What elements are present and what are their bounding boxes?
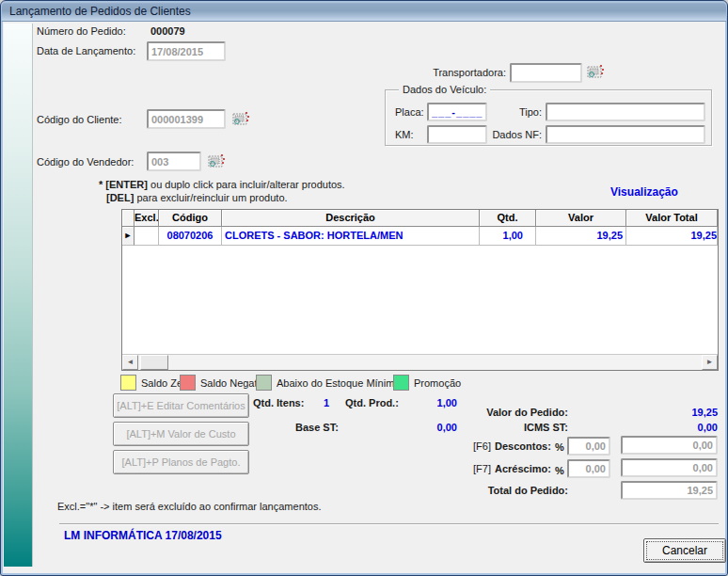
cell-qtd: 1,00 bbox=[480, 227, 536, 246]
visualizacao-link[interactable]: Visualização bbox=[610, 185, 678, 199]
promocao-swatch bbox=[393, 375, 409, 391]
descontos-percent-symbol: % bbox=[555, 441, 564, 453]
plate-label: Placa: bbox=[395, 106, 424, 118]
instruction-line-1: * [ENTER] ou duplo click para incluir/al… bbox=[99, 179, 345, 190]
descontos-label: Descontos: bbox=[495, 440, 551, 452]
km-field[interactable] bbox=[427, 125, 487, 144]
seller-code-field[interactable] bbox=[147, 152, 201, 171]
acrescimo-percent-field[interactable] bbox=[567, 459, 610, 478]
nf-data-field[interactable] bbox=[546, 125, 705, 144]
descontos-value-field[interactable] bbox=[621, 436, 718, 455]
grid-selector-header bbox=[122, 210, 135, 227]
brand-text: LM INFORMÁTICA 17/08/2015 bbox=[64, 529, 222, 542]
cell-valor-total: 19,25 bbox=[626, 227, 718, 246]
qtd-itens-label: Qtd. Itens: bbox=[253, 397, 304, 408]
carrier-field[interactable] bbox=[510, 63, 582, 83]
client-code-field[interactable] bbox=[147, 109, 226, 129]
base-st-label: Base ST: bbox=[295, 422, 339, 433]
plate-field[interactable] bbox=[427, 103, 487, 121]
nf-data-label: Dados NF: bbox=[487, 129, 542, 140]
legend-abaixo-estoque: Abaixo do Estoque Mínimo bbox=[256, 375, 400, 391]
qtd-prod-label: Qtd. Prod.: bbox=[345, 397, 399, 408]
type-label: Tipo: bbox=[492, 106, 542, 118]
edit-comments-button[interactable]: [ALT]+E Editar Comentários bbox=[113, 393, 249, 418]
valor-pedido-value: 19,25 bbox=[650, 407, 718, 418]
instruction-line-2: [DEL] para excluir/reincluir um produto. bbox=[106, 192, 288, 203]
vehicle-groupbox: Dados do Veículo: Placa: Tipo: KM: Dados… bbox=[385, 89, 712, 146]
title-bar[interactable]: Lançamento de Pedidos de Clientes bbox=[2, 2, 726, 22]
client-lookup-icon[interactable] bbox=[231, 111, 250, 127]
client-code-label: Código do Cliente: bbox=[37, 114, 122, 125]
cell-descricao: CLORETS - SABOR: HORTELA/MEN bbox=[222, 227, 480, 246]
grid-col-qtd[interactable]: Qtd. bbox=[480, 210, 536, 227]
cell-valor: 19,25 bbox=[536, 227, 626, 246]
acrescimo-percent-symbol: % bbox=[555, 465, 564, 476]
grid-col-descricao[interactable]: Descrição bbox=[222, 210, 480, 227]
qtd-itens-value: 1 bbox=[317, 397, 336, 408]
total-pedido-field[interactable] bbox=[621, 481, 718, 500]
scrollbar-track[interactable] bbox=[168, 355, 702, 370]
table-row[interactable]: ► 08070206 CLORETS - SABOR: HORTELA/MEN … bbox=[122, 227, 718, 246]
launch-date-label: Data de Lançamento: bbox=[37, 45, 135, 56]
saldo-negativo-swatch bbox=[180, 375, 196, 391]
f6-key-label: [F6] bbox=[473, 440, 491, 452]
enter-key-hint: * bbox=[99, 179, 103, 190]
order-entry-window: Lançamento de Pedidos de Clientes Número… bbox=[0, 0, 728, 576]
legend-promocao: Promoção bbox=[393, 375, 461, 391]
scroll-right-icon[interactable]: ► bbox=[702, 355, 718, 370]
base-st-value: 0,00 bbox=[404, 422, 457, 433]
saldo-zero-swatch bbox=[120, 375, 136, 391]
cancel-button[interactable]: Cancelar bbox=[643, 538, 726, 563]
descontos-percent-field[interactable] bbox=[567, 437, 610, 456]
grid-col-valor[interactable]: Valor bbox=[536, 210, 626, 227]
order-number-value: 000079 bbox=[150, 25, 185, 37]
launch-date-field[interactable] bbox=[147, 41, 226, 61]
grid-horizontal-scrollbar[interactable]: ◄ ► bbox=[122, 354, 718, 370]
f7-key-label: [F7] bbox=[473, 463, 491, 474]
grid-col-codigo[interactable]: Código bbox=[159, 210, 222, 227]
cell-codigo: 08070206 bbox=[159, 227, 222, 246]
footer-divider bbox=[59, 523, 719, 525]
valor-pedido-label: Valor do Pedido: bbox=[452, 407, 568, 418]
icms-st-label: ICMS ST: bbox=[452, 422, 568, 433]
vehicle-groupbox-title: Dados do Veículo: bbox=[399, 84, 490, 95]
grid-header-row: Excl. Código Descrição Qtd. Valor Valor … bbox=[122, 210, 718, 227]
window-title: Lançamento de Pedidos de Clientes bbox=[9, 5, 191, 18]
exclusion-note: Excl.="*" -> item será excluído ao confi… bbox=[57, 501, 321, 512]
carrier-lookup-icon[interactable] bbox=[586, 64, 605, 80]
scroll-left-icon[interactable]: ◄ bbox=[122, 355, 138, 370]
cost-value-button[interactable]: [ALT]+M Valor de Custo bbox=[113, 422, 249, 446]
del-key-hint: [DEL] bbox=[106, 192, 134, 203]
grid-col-valor-total[interactable]: Valor Total bbox=[626, 210, 718, 227]
cell-excl bbox=[135, 227, 159, 246]
products-grid: Excl. Código Descrição Qtd. Valor Valor … bbox=[121, 209, 719, 371]
icms-st-value: 0,00 bbox=[650, 422, 718, 433]
seller-lookup-icon[interactable] bbox=[207, 153, 226, 169]
total-pedido-label: Total do Pedido: bbox=[452, 485, 568, 496]
acrescimo-value-field[interactable] bbox=[621, 458, 718, 477]
current-row-marker-icon: ► bbox=[122, 227, 135, 246]
scrollbar-thumb[interactable] bbox=[140, 355, 168, 370]
order-number-label: Número do Pedido: bbox=[37, 25, 126, 37]
km-label: KM: bbox=[395, 129, 414, 140]
qtd-prod-value: 1,00 bbox=[412, 397, 457, 408]
payment-plans-button[interactable]: [ALT]+P Planos de Pagto. bbox=[113, 450, 249, 474]
carrier-label: Transportadora: bbox=[413, 67, 506, 78]
grid-col-excl[interactable]: Excl. bbox=[135, 210, 159, 227]
type-field[interactable] bbox=[546, 103, 705, 121]
left-gradient-bar bbox=[4, 24, 33, 567]
abaixo-estoque-swatch bbox=[256, 375, 272, 391]
acrescimo-label: Acréscimo: bbox=[495, 463, 551, 474]
seller-code-label: Código do Vendedor: bbox=[37, 156, 134, 168]
